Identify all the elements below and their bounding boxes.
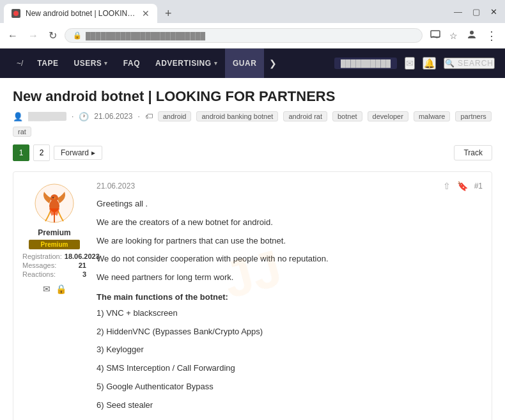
notifications-button[interactable]: 🔔: [423, 57, 436, 70]
reactions-value: 3: [82, 270, 86, 278]
share-icon[interactable]: ⇧: [443, 181, 451, 191]
post-meta: 👤 ████ · 🕐 21.06.2023 · 🏷 android androi…: [13, 111, 492, 137]
users-dropdown-icon: ▾: [104, 60, 108, 66]
tag-botnet[interactable]: botnet: [332, 111, 362, 121]
intro4: We need partners for long term work.: [97, 271, 483, 284]
post-header: 21.06.2023 ⇧ 🔖 #1: [97, 181, 483, 191]
registration-label: Registration:: [22, 253, 62, 260]
bookmark-icon[interactable]: 🔖: [457, 181, 468, 191]
nav-home[interactable]: ~/: [10, 59, 29, 68]
security-icon: 🔒: [73, 31, 82, 40]
nav-more-button[interactable]: ❯: [264, 58, 282, 68]
feature1: 1) VNC + blackscreen: [97, 307, 483, 320]
feature7: 7) Works on versions 7-13 and tested on …: [97, 417, 483, 420]
post-date: 21.06.2023: [94, 112, 132, 121]
messages-label: Messages:: [22, 261, 56, 269]
browser-toolbar: ← → ↻ 🔒 ████████████████████████ ☆ ⋮: [0, 23, 505, 49]
tag-developer[interactable]: developer: [368, 111, 408, 121]
intro1: We are the creators of a new botnet for …: [97, 216, 483, 229]
post-author-sidebar: Premium Premium Registration: 18.06.2023…: [22, 181, 86, 420]
back-button[interactable]: ←: [5, 29, 20, 43]
tag-android-banking[interactable]: android banking botnet: [196, 111, 278, 121]
nav-username: ██████████: [334, 58, 397, 69]
svg-point-2: [470, 31, 474, 35]
post-body: Greetings all . We are the creators of a…: [97, 198, 483, 420]
advertising-dropdown-icon: ▾: [214, 60, 218, 66]
profile-button[interactable]: [464, 28, 479, 43]
greeting: Greetings all .: [97, 198, 483, 211]
author-placeholder: ████: [28, 112, 66, 121]
tag-android[interactable]: android: [158, 111, 192, 121]
registration-value: 18.06.2023: [65, 253, 100, 260]
reactions-label: Reactions:: [22, 270, 56, 278]
nav-right: ██████████ ✉ 🔔 🔍 SEARCH: [334, 57, 495, 70]
entry-date: 21.06.2023: [97, 182, 135, 191]
forward-button[interactable]: Forward ▸: [54, 146, 102, 160]
new-tab-button[interactable]: +: [160, 4, 177, 23]
avatar-image: [34, 183, 75, 224]
track-button[interactable]: Track: [454, 145, 492, 160]
registration-stat: Registration: 18.06.2023: [22, 252, 86, 261]
post-navigation: 1 2 Forward ▸ Track: [13, 144, 492, 161]
profile-lock-icon[interactable]: 🔒: [56, 284, 66, 294]
tab-favicon: [12, 9, 20, 18]
nav-guarantee[interactable]: GUAR: [225, 49, 264, 78]
minimize-button[interactable]: —: [454, 7, 462, 17]
active-tab[interactable]: New android botnet | LOOKING ... ✕: [4, 4, 157, 23]
user-stats: Registration: 18.06.2023 Messages: 21 Re…: [22, 252, 86, 279]
clock-icon: 🕐: [79, 112, 89, 121]
tag-partners[interactable]: partners: [455, 111, 491, 121]
extensions-button[interactable]: ⋮: [483, 27, 500, 44]
messages-button[interactable]: ✉: [405, 57, 415, 70]
svg-point-6: [52, 197, 54, 198]
site-content: ~/ TAPE USERS ▾ FAQ ADVERTISING ▾ GUAR ❯…: [0, 49, 505, 420]
messages-stat: Messages: 21: [22, 261, 86, 270]
svg-point-0: [13, 11, 19, 16]
nav-users[interactable]: USERS ▾: [66, 49, 115, 78]
maximize-button[interactable]: ▢: [472, 7, 480, 17]
browser-chrome: New android botnet | LOOKING ... ✕ + — ▢…: [0, 0, 505, 49]
post-number: #1: [474, 182, 483, 191]
page-2-button[interactable]: 2: [33, 144, 50, 161]
site-navigation: ~/ TAPE USERS ▾ FAQ ADVERTISING ▾ GUAR ❯…: [0, 49, 505, 78]
post-entry: Premium Premium Registration: 18.06.2023…: [13, 171, 492, 420]
feature4: 4) SMS Interception / Call Forwarding: [97, 362, 483, 375]
nav-faq[interactable]: FAQ: [116, 49, 148, 78]
reactions-stat: Reactions: 3: [22, 270, 86, 279]
nav-tape[interactable]: TAPE: [29, 49, 66, 78]
address-text: ████████████████████████: [86, 32, 205, 40]
page-1-button[interactable]: 1: [13, 144, 29, 161]
send-message-icon[interactable]: ✉: [43, 284, 50, 294]
user-action-buttons: ✉ 🔒: [43, 284, 66, 294]
post-action-icons: ⇧ 🔖 #1: [443, 181, 483, 191]
post-title: New android botnet | LOOKING FOR PARTNER…: [13, 88, 492, 105]
reload-button[interactable]: ↻: [46, 28, 59, 43]
feature6: 6) Seed stealer: [97, 399, 483, 412]
svg-rect-1: [431, 31, 440, 37]
search-button[interactable]: 🔍 SEARCH: [444, 58, 495, 69]
tag-icon: 🏷: [145, 112, 153, 121]
author-icon: 👤: [13, 112, 23, 121]
forward-icon: ▸: [91, 148, 95, 157]
intro3: We do not consider cooperation with peop…: [97, 253, 483, 266]
features-title: The main functions of the botnet:: [97, 291, 483, 304]
page-content: New android botnet | LOOKING FOR PARTNER…: [0, 78, 505, 420]
nav-advertising[interactable]: ADVERTISING ▾: [148, 49, 225, 78]
search-icon: 🔍: [445, 59, 455, 68]
tag-malware[interactable]: malware: [414, 111, 451, 121]
avatar: [32, 181, 77, 226]
tag-rat[interactable]: rat: [13, 127, 31, 137]
close-button[interactable]: ✕: [490, 7, 497, 17]
tab-close-button[interactable]: ✕: [142, 9, 150, 18]
intro2: We are looking for partners that can use…: [97, 235, 483, 248]
premium-badge: Premium: [29, 240, 80, 249]
cast-button[interactable]: [428, 29, 443, 42]
feature3: 3) Keylogger: [97, 343, 483, 357]
tag-android-rat[interactable]: android rat: [283, 111, 327, 121]
feature5: 5) Google Authenticator Bypass: [97, 380, 483, 394]
bookmark-button[interactable]: ☆: [447, 29, 460, 42]
messages-value: 21: [79, 261, 86, 269]
post-body-area: 21.06.2023 ⇧ 🔖 #1 Greetings all . We are…: [97, 181, 483, 420]
address-bar[interactable]: 🔒 ████████████████████████: [65, 28, 423, 43]
forward-button[interactable]: →: [26, 29, 41, 43]
